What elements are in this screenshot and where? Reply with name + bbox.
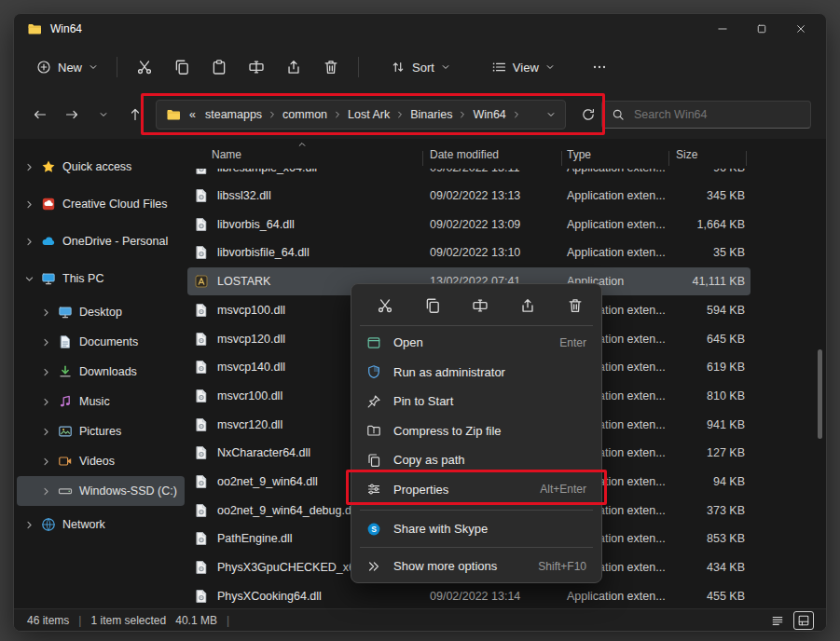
- menu-item-label: Show more options: [393, 559, 497, 573]
- chevron-right-icon[interactable]: [41, 337, 51, 348]
- table-row[interactable]: libssl32.dll09/02/2022 13:13Application …: [187, 182, 750, 210]
- menu-item-properties[interactable]: PropertiesAlt+Enter: [356, 475, 597, 504]
- column-divider[interactable]: [561, 151, 562, 166]
- column-divider[interactable]: [668, 151, 669, 166]
- breadcrumb-item[interactable]: steamapps: [200, 105, 267, 124]
- column-header-type[interactable]: Type: [567, 148, 591, 161]
- table-row[interactable]: libresample_x64.dll09/02/2022 13:11Appli…: [187, 169, 750, 182]
- column-header-date[interactable]: Date modified: [430, 148, 499, 161]
- up-button[interactable]: [122, 101, 148, 129]
- chevron-right-icon[interactable]: [41, 486, 51, 497]
- table-row[interactable]: libvorbis_64.dll09/02/2022 13:09Applicat…: [187, 211, 750, 239]
- sidebar-item-windows-ssd-c[interactable]: Windows-SSD (C:): [17, 476, 185, 506]
- menu-item-run-as-administrator[interactable]: Run as administrator: [356, 358, 597, 387]
- chevron-right-icon[interactable]: [395, 110, 405, 119]
- forward-button[interactable]: [59, 101, 85, 129]
- chevron-right-icon[interactable]: [24, 162, 34, 172]
- breadcrumb-item[interactable]: Binaries: [406, 105, 457, 124]
- maximize-button[interactable]: [742, 14, 781, 44]
- sidebar-item-this-pc[interactable]: This PC: [17, 260, 185, 297]
- chevron-right-icon[interactable]: [41, 367, 51, 377]
- vertical-scrollbar[interactable]: [817, 144, 824, 603]
- sidebar-item-pictures[interactable]: Pictures: [17, 416, 185, 446]
- column-divider[interactable]: [422, 151, 423, 166]
- menu-item-compress-to-zip-file[interactable]: Compress to Zip file: [356, 416, 597, 445]
- sidebar-item-label: Quick access: [62, 160, 131, 173]
- table-row[interactable]: libvorbisfile_64.dll09/02/2022 13:10Appl…: [187, 239, 750, 266]
- context-rename-button[interactable]: [467, 292, 493, 320]
- sidebar-item-onedrive-personal[interactable]: OneDrive - Personal: [17, 223, 185, 260]
- minimize-icon: [717, 23, 728, 34]
- column-header-name[interactable]: Name: [212, 148, 241, 161]
- sidebar-item-desktop[interactable]: Desktop: [17, 297, 185, 327]
- scrollbar-thumb[interactable]: [818, 349, 822, 439]
- menu-item-copy-as-path[interactable]: Copy as path: [356, 445, 597, 474]
- column-divider[interactable]: [746, 151, 747, 166]
- new-button[interactable]: New: [27, 53, 107, 81]
- delete-button[interactable]: [313, 52, 349, 82]
- chevron-right-icon[interactable]: [41, 427, 51, 437]
- more-options-button[interactable]: [583, 53, 616, 81]
- search-icon: [612, 108, 625, 121]
- context-copy-button[interactable]: [420, 292, 446, 320]
- breadcrumb-item[interactable]: Lost Ark: [343, 105, 394, 124]
- chevron-right-icon[interactable]: [333, 110, 342, 119]
- creative-cloud-icon: [41, 197, 56, 211]
- dll-icon: [194, 445, 209, 460]
- sidebar-item-downloads[interactable]: Downloads: [17, 357, 185, 387]
- this-pc-icon: [41, 271, 56, 286]
- sidebar-item-videos[interactable]: Videos: [17, 446, 185, 476]
- paste-button[interactable]: [201, 52, 237, 82]
- menu-item-share-with-skype[interactable]: SShare with Skype: [356, 514, 597, 543]
- new-button-label: New: [58, 61, 82, 75]
- context-share-button[interactable]: [515, 292, 541, 320]
- cut-button[interactable]: [127, 52, 162, 82]
- file-name: msvcr120.dll: [217, 418, 282, 431]
- chevron-right-icon[interactable]: [268, 110, 277, 119]
- breadcrumb-item[interactable]: Win64: [468, 105, 510, 124]
- back-button[interactable]: [27, 101, 53, 129]
- chevron-right-icon[interactable]: [41, 307, 51, 318]
- address-bar[interactable]: «steamappscommonLost ArkBinariesWin64: [156, 100, 566, 130]
- sidebar-item-label: Network: [62, 518, 105, 531]
- context-trash-button[interactable]: [562, 292, 588, 320]
- chevron-down-icon[interactable]: [24, 274, 34, 284]
- chevron-right-icon[interactable]: [24, 199, 34, 210]
- chevron-right-icon[interactable]: [512, 110, 521, 119]
- share-button[interactable]: [276, 52, 311, 82]
- context-cut-button[interactable]: [372, 292, 398, 320]
- sidebar-item-quick-access[interactable]: Quick access: [17, 148, 185, 185]
- search-input[interactable]: [632, 107, 801, 122]
- sidebar-item-creative-cloud-files[interactable]: Creative Cloud Files: [17, 185, 185, 223]
- breadcrumb-overflow[interactable]: «: [185, 105, 200, 124]
- search-box[interactable]: [601, 101, 811, 129]
- chevron-right-icon[interactable]: [458, 110, 467, 119]
- address-dropdown-icon[interactable]: [546, 110, 556, 119]
- minimize-button[interactable]: [703, 14, 742, 44]
- large-icons-view-button[interactable]: [794, 612, 813, 629]
- close-button[interactable]: [781, 14, 820, 44]
- rename-button[interactable]: [239, 52, 274, 82]
- column-header-size[interactable]: Size: [676, 148, 697, 161]
- recent-locations-button[interactable]: [90, 101, 117, 129]
- chevron-right-icon[interactable]: [24, 237, 34, 247]
- menu-item-show-more-options[interactable]: Show more optionsShift+F10: [356, 552, 597, 580]
- view-button[interactable]: View: [482, 53, 564, 81]
- sidebar-item-network[interactable]: Network: [17, 506, 185, 543]
- chevron-right-icon[interactable]: [24, 520, 34, 530]
- menu-item-shortcut: Alt+Enter: [540, 483, 586, 496]
- copy-button[interactable]: [164, 52, 200, 82]
- breadcrumb-item[interactable]: common: [278, 105, 332, 124]
- chevron-right-icon[interactable]: [41, 457, 51, 467]
- table-row[interactable]: PhysXCooking64.dll09/02/2022 13:14Applic…: [187, 582, 750, 608]
- menu-item-pin-to-start[interactable]: Pin to Start: [356, 387, 597, 416]
- sidebar-item-documents[interactable]: Documents: [17, 327, 185, 357]
- sort-button[interactable]: Sort: [381, 53, 460, 81]
- chevron-right-icon[interactable]: [41, 397, 51, 407]
- menu-item-open[interactable]: OpenEnter: [356, 328, 597, 357]
- refresh-button[interactable]: [575, 101, 601, 129]
- sidebar-item-music[interactable]: Music: [17, 387, 185, 416]
- rename-icon: [248, 59, 265, 75]
- copypath-icon: [366, 453, 381, 468]
- details-view-button[interactable]: [768, 612, 787, 629]
